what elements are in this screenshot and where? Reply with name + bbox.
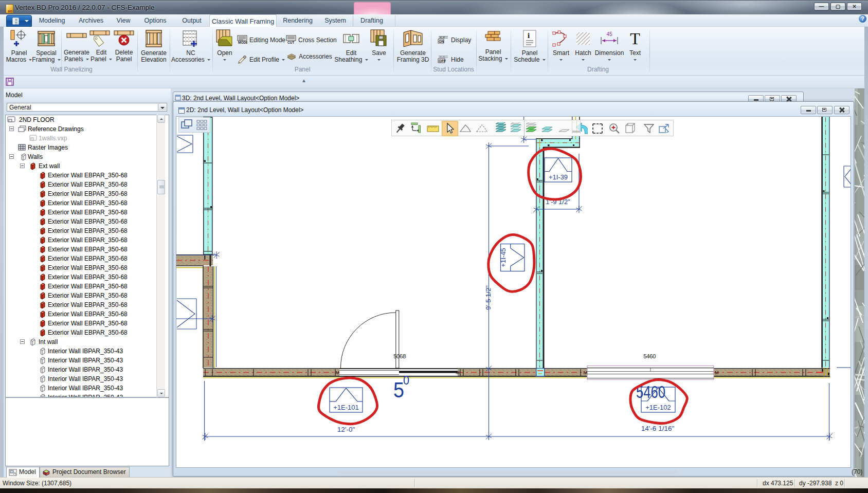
svg-text:+1I-39: +1I-39 — [549, 173, 568, 181]
svg-text:ON: ON — [439, 40, 444, 43]
svg-text:+1I-45: +1I-45 — [499, 248, 507, 267]
svg-text:T: T — [630, 31, 640, 46]
svg-text:CUT: CUT — [287, 41, 294, 44]
svg-text:M: M — [584, 370, 588, 375]
svg-text:M: M — [336, 370, 340, 375]
svg-text:M: M — [715, 370, 719, 375]
svg-text:5460: 5460 — [643, 353, 656, 359]
svg-text:5068: 5068 — [393, 353, 406, 359]
svg-text:OFF: OFF — [439, 59, 446, 63]
svg-text:0: 0 — [403, 374, 409, 387]
svg-text:+1E-102: +1E-102 — [645, 404, 671, 411]
svg-text:9'-5 1/2": 9'-5 1/2" — [484, 285, 492, 310]
svg-text:5: 5 — [393, 378, 404, 402]
svg-text:+1E-101: +1E-101 — [333, 404, 359, 411]
svg-text:14'-6 1/16": 14'-6 1/16" — [641, 425, 675, 432]
svg-text:45: 45 — [606, 31, 612, 37]
svg-text:MODE: MODE — [238, 41, 247, 44]
svg-text:M: M — [456, 370, 460, 375]
svg-text:i: i — [528, 31, 530, 40]
svg-text:12'-0": 12'-0" — [337, 426, 355, 433]
